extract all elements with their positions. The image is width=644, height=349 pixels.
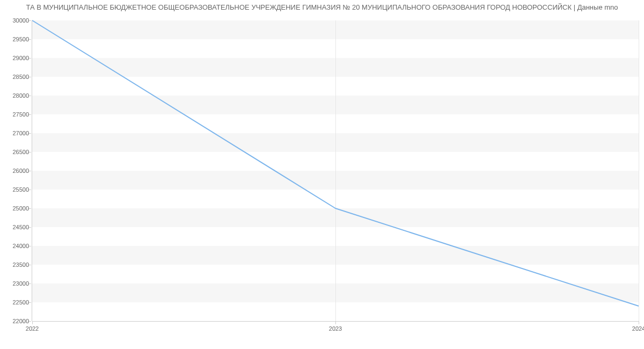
x-tick <box>335 321 336 324</box>
y-tick-label: 26000 <box>12 168 29 174</box>
y-tick-label: 22500 <box>12 299 29 306</box>
y-tick-label: 29000 <box>12 55 29 61</box>
x-tick <box>32 321 33 324</box>
y-tick-label: 25500 <box>12 186 29 193</box>
data-line <box>32 20 639 306</box>
y-tick-label: 28500 <box>12 74 29 80</box>
y-tick-label: 28000 <box>12 92 29 99</box>
y-tick-label: 30000 <box>12 17 29 24</box>
chart-title: ТА В МУНИЦИПАЛЬНОЕ БЮДЖЕТНОЕ ОБЩЕОБРАЗОВ… <box>0 0 644 13</box>
x-tick <box>639 321 639 324</box>
x-tick-label: 2023 <box>329 325 342 332</box>
y-tick-label: 22000 <box>12 318 29 324</box>
y-tick-label: 23500 <box>12 261 29 268</box>
y-tick-label: 29500 <box>12 36 29 42</box>
x-tick-label: 2024 <box>632 325 644 332</box>
y-axis-line <box>32 20 32 321</box>
plot-area <box>32 20 639 321</box>
x-tick-label: 2022 <box>26 325 39 332</box>
y-tick-label: 25000 <box>12 205 29 212</box>
line-svg <box>32 20 639 321</box>
y-tick-label: 27000 <box>12 130 29 136</box>
y-tick-label: 26500 <box>12 149 29 155</box>
y-tick-label: 23000 <box>12 280 29 287</box>
chart-container: 2200022500230002350024000245002500025500… <box>0 15 644 343</box>
y-tick-label: 27500 <box>12 111 29 118</box>
y-tick-label: 24000 <box>12 243 29 249</box>
y-tick-label: 24500 <box>12 224 29 230</box>
gridline-vertical <box>639 20 639 321</box>
